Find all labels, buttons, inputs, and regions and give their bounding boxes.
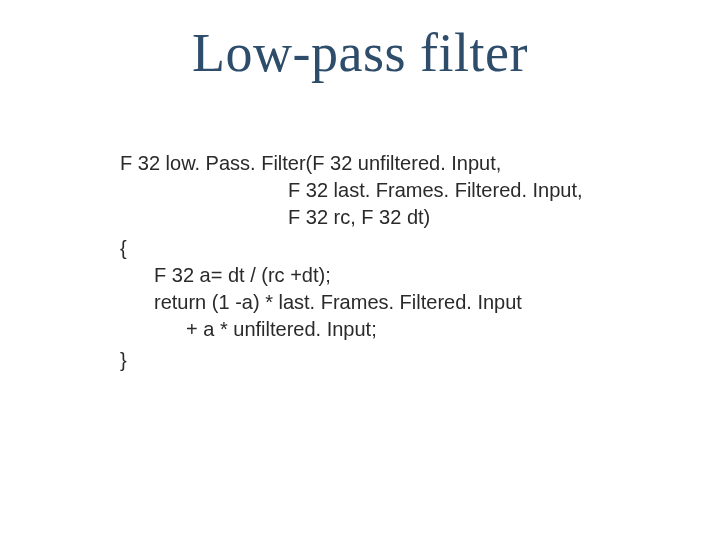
code-line-body-2: return (1 -a) * last. Frames. Filtered. …: [120, 289, 620, 316]
code-line-close-brace: }: [120, 347, 620, 374]
code-line-body-3: + a * unfiltered. Input;: [120, 316, 620, 343]
code-line-signature-1: F 32 low. Pass. Filter(F 32 unfiltered. …: [120, 150, 620, 177]
code-line-open-brace: {: [120, 235, 620, 262]
slide-title: Low-pass filter: [0, 22, 720, 84]
code-block: F 32 low. Pass. Filter(F 32 unfiltered. …: [120, 150, 620, 374]
slide: Low-pass filter F 32 low. Pass. Filter(F…: [0, 0, 720, 540]
code-line-signature-2: F 32 last. Frames. Filtered. Input,: [120, 177, 620, 204]
code-line-signature-3: F 32 rc, F 32 dt): [120, 204, 620, 231]
code-line-body-1: F 32 a= dt / (rc +dt);: [120, 262, 620, 289]
